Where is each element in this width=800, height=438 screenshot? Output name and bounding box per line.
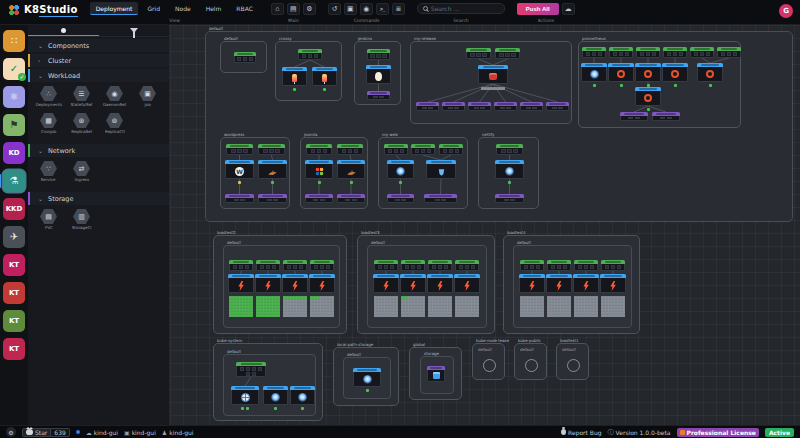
component-storagecl[interactable]: ▥StorageCl — [65, 209, 98, 232]
deployment-node[interactable] — [609, 47, 633, 58]
deployment-node[interactable] — [401, 260, 425, 271]
replicaset-node[interactable]: W — [225, 160, 254, 179]
record-button[interactable]: ◉ — [360, 3, 373, 15]
component-service[interactable]: ∵Service — [32, 161, 65, 184]
deployment-node[interactable] — [663, 47, 687, 58]
files-button[interactable]: ▤ — [287, 3, 300, 15]
deployment-node[interactable] — [310, 260, 334, 271]
statusbar-context-1[interactable]: ▣kind-gui — [124, 429, 156, 436]
save-button[interactable]: ▣ — [344, 3, 357, 15]
dock-context-rocket[interactable]: ✈ — [3, 226, 25, 248]
replicaset-node[interactable] — [309, 274, 335, 293]
replicaset-node[interactable] — [600, 274, 626, 293]
deployment-node[interactable] — [236, 362, 266, 377]
deployment-node[interactable] — [411, 144, 435, 155]
deployment-node[interactable] — [384, 144, 408, 155]
dock-context-lavender[interactable]: ⚛ — [3, 86, 25, 108]
service-node[interactable] — [520, 102, 543, 111]
deployment-node[interactable] — [495, 48, 520, 59]
replicaset-node[interactable] — [228, 274, 254, 293]
service-node[interactable] — [416, 102, 439, 111]
component-cronjob[interactable]: ▦CronJob — [32, 113, 65, 136]
replicaset-node[interactable] — [290, 386, 315, 405]
replicaset-node[interactable] — [305, 160, 333, 179]
cloud-sync-button[interactable]: ☁ — [562, 3, 575, 15]
service-node[interactable] — [225, 194, 254, 203]
replicaset-node[interactable] — [366, 65, 391, 84]
service-node[interactable] — [494, 102, 517, 111]
component-replicaset[interactable]: ⊛ReplicaSet — [65, 113, 98, 136]
replicaset-node[interactable] — [258, 160, 287, 179]
replicaset-node[interactable] — [635, 87, 661, 106]
deployment-node[interactable] — [574, 260, 598, 271]
replicaset-node[interactable] — [697, 63, 723, 82]
namespace-group-my-release[interactable]: my-release — [410, 41, 572, 124]
user-avatar[interactable]: G — [779, 4, 793, 18]
deployment-node[interactable] — [690, 47, 714, 58]
dock-context-orange[interactable]: ∷ — [3, 30, 25, 52]
deployment-node[interactable] — [439, 144, 463, 155]
yaml-button[interactable]: ≣ — [392, 3, 405, 15]
replicaset-node[interactable] — [387, 160, 414, 179]
dock-context-kkd[interactable]: KKD — [3, 198, 25, 220]
tree-section-workload[interactable]: ⌄WorkLoad — [28, 69, 169, 82]
replicaset-node[interactable] — [495, 160, 524, 179]
search-input[interactable]: Search ... — [417, 3, 505, 14]
replicaset-node[interactable] — [635, 63, 661, 82]
deployment-node[interactable] — [234, 52, 256, 63]
service-node[interactable] — [652, 112, 680, 121]
service-node[interactable] — [367, 91, 390, 100]
deployment-node[interactable] — [229, 260, 253, 271]
replicaset-node[interactable] — [573, 274, 599, 293]
namespace-group-loadtest1[interactable]: loadtest1default — [556, 343, 589, 380]
deployment-node[interactable] — [283, 260, 307, 271]
tab-deployment[interactable]: Deployment — [90, 2, 139, 15]
statusbar-context-2[interactable]: ♟kind-gui — [162, 429, 194, 436]
deployment-node[interactable] — [367, 49, 390, 60]
dock-context-kt3[interactable]: KT — [3, 310, 25, 332]
dock-context-kd[interactable]: KD — [3, 142, 25, 164]
dock-context-map[interactable]: ⚑ — [3, 114, 25, 136]
tree-section-storage[interactable]: ⌄Storage — [28, 192, 169, 205]
component-ingress[interactable]: ⇄Ingress — [65, 161, 98, 184]
tree-section-components[interactable]: ⌄Components — [28, 39, 169, 52]
dock-context-check[interactable]: ✓✓ — [3, 58, 25, 80]
namespace-group-kube-public[interactable]: kube-publicdefault — [514, 343, 547, 380]
report-bug-button[interactable]: Report Bug — [561, 429, 602, 436]
tab-grid[interactable]: Grid — [141, 3, 166, 15]
namespace-group-loadtest2[interactable]: loadtest2default — [213, 235, 347, 334]
namespace-group-default[interactable]: default — [220, 41, 267, 73]
github-star-widget[interactable]: Star 639 — [22, 428, 70, 437]
replicaset-node[interactable] — [426, 160, 456, 179]
deployment-node[interactable] — [547, 260, 571, 271]
namespace-group-wordpress[interactable]: wordpressW — [220, 137, 290, 209]
deployment-node[interactable] — [256, 260, 280, 271]
namespace-group-loadtest4[interactable]: loadtest4default — [503, 235, 640, 334]
deployment-node[interactable] — [428, 260, 452, 271]
replicaset-node[interactable] — [263, 386, 288, 405]
dock-context-lab[interactable]: ⚗ — [3, 170, 25, 192]
namespace-group-jenkins[interactable]: jenkins — [354, 41, 401, 105]
tree-section-cluster[interactable]: ›Cluster — [28, 54, 169, 67]
deployment-node[interactable] — [496, 144, 523, 155]
push-all-button[interactable]: Push All — [517, 3, 559, 15]
deployment-node[interactable] — [582, 47, 606, 58]
namespace-group-global[interactable]: globalstorage — [409, 347, 462, 400]
tab-helm[interactable]: Helm — [200, 3, 228, 15]
undo-button[interactable]: ↺ — [328, 3, 341, 15]
sidebar-tab-components[interactable] — [28, 25, 99, 36]
namespace-group-kube-system[interactable]: kube-systemdefault — [213, 343, 323, 421]
home-button[interactable]: ⌂ — [271, 3, 284, 15]
component-statefulset[interactable]: ☰StatefulSet — [65, 86, 98, 109]
namespace-group-prometheus[interactable]: prometheus — [578, 41, 741, 128]
component-pvc[interactable]: ▤PVC — [32, 209, 65, 232]
service-node[interactable] — [258, 194, 287, 203]
tab-node[interactable]: Node — [169, 3, 197, 15]
replicaset-node[interactable] — [581, 63, 607, 82]
replicaset-node[interactable] — [454, 274, 480, 293]
deployment-node[interactable] — [306, 144, 332, 155]
component-replicactl[interactable]: ⊚ReplicaCtl — [98, 113, 131, 136]
replicaset-node[interactable] — [255, 274, 281, 293]
namespace-group-joomla[interactable]: joomla — [300, 137, 368, 209]
replicaset-node[interactable] — [337, 160, 365, 179]
